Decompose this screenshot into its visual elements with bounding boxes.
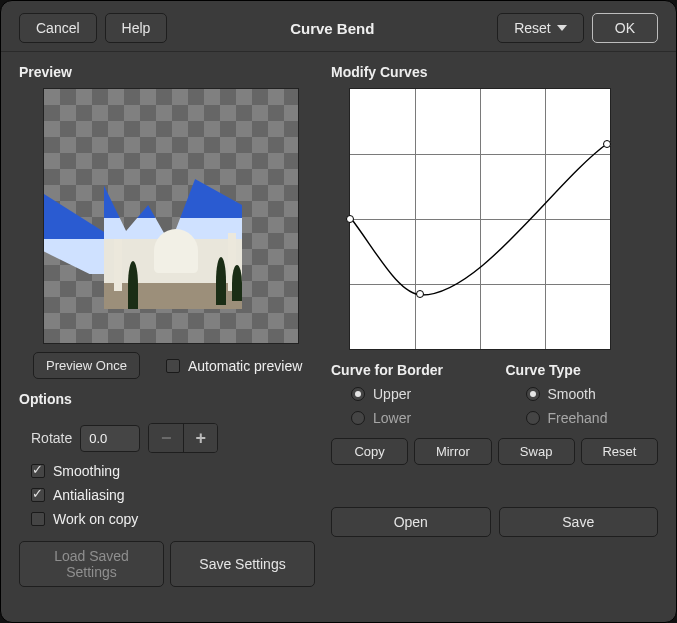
left-column: Preview Preview Once Automatic preview O…	[19, 64, 315, 622]
rotate-increment-button[interactable]: +	[183, 424, 217, 452]
freehand-radio-label: Freehand	[548, 410, 608, 426]
curve-type-label: Curve Type	[506, 362, 659, 378]
freehand-radio[interactable]: Freehand	[526, 410, 659, 426]
curve-for-border-group: Curve for Border Upper Lower	[331, 362, 484, 426]
reset-label: Reset	[514, 20, 551, 36]
preview-label: Preview	[19, 64, 315, 80]
dialog-title: Curve Bend	[167, 20, 497, 37]
curve-type-group: Curve Type Smooth Freehand	[506, 362, 659, 426]
copy-button[interactable]: Copy	[331, 438, 408, 465]
antialiasing-checkbox[interactable]: Antialiasing	[31, 487, 315, 503]
content: Preview Preview Once Automatic preview O…	[1, 52, 676, 622]
rotate-decrement-button[interactable]: −	[149, 424, 183, 452]
curve-node[interactable]	[603, 140, 611, 148]
work-on-copy-label: Work on copy	[53, 511, 138, 527]
save-button[interactable]: Save	[499, 507, 659, 537]
swap-button[interactable]: Swap	[498, 438, 575, 465]
options-label: Options	[19, 391, 315, 407]
automatic-preview-checkbox[interactable]: Automatic preview	[166, 358, 302, 374]
preview-image	[216, 257, 226, 305]
upper-radio-label: Upper	[373, 386, 411, 402]
preview-canvas	[43, 88, 299, 344]
chevron-down-icon	[557, 25, 567, 31]
freehand-radio-input[interactable]	[526, 411, 540, 425]
rotate-stepper: − +	[148, 423, 218, 453]
work-on-copy-input[interactable]	[31, 512, 45, 526]
smooth-radio-input[interactable]	[526, 387, 540, 401]
lower-radio-input[interactable]	[351, 411, 365, 425]
titlebar: Cancel Help Curve Bend Reset OK	[1, 1, 676, 52]
upper-radio-input[interactable]	[351, 387, 365, 401]
preview-once-button[interactable]: Preview Once	[33, 352, 140, 379]
antialiasing-label: Antialiasing	[53, 487, 125, 503]
modify-curves-label: Modify Curves	[331, 64, 658, 80]
automatic-preview-label: Automatic preview	[188, 358, 302, 374]
reset-button[interactable]: Reset	[497, 13, 584, 43]
smooth-radio[interactable]: Smooth	[526, 386, 659, 402]
curve-editor[interactable]	[349, 88, 611, 350]
smoothing-checkbox[interactable]: Smoothing	[31, 463, 315, 479]
smoothing-input[interactable]	[31, 464, 45, 478]
rotate-input[interactable]	[80, 425, 140, 452]
upper-radio[interactable]: Upper	[351, 386, 484, 402]
rotate-label: Rotate	[31, 430, 72, 446]
save-settings-button[interactable]: Save Settings	[170, 541, 315, 587]
automatic-preview-input[interactable]	[166, 359, 180, 373]
mirror-button[interactable]: Mirror	[414, 438, 491, 465]
load-saved-settings-button[interactable]: Load Saved Settings	[19, 541, 164, 587]
preview-image	[114, 239, 122, 291]
lower-radio-label: Lower	[373, 410, 411, 426]
lower-radio[interactable]: Lower	[351, 410, 484, 426]
preview-image	[128, 261, 138, 309]
curve-bend-dialog: Cancel Help Curve Bend Reset OK Preview	[0, 0, 677, 623]
help-button[interactable]: Help	[105, 13, 168, 43]
preview-image	[232, 265, 242, 301]
open-button[interactable]: Open	[331, 507, 491, 537]
smoothing-label: Smoothing	[53, 463, 120, 479]
curve-path	[350, 89, 610, 349]
smooth-radio-label: Smooth	[548, 386, 596, 402]
curve-node[interactable]	[416, 290, 424, 298]
preview-image	[154, 229, 198, 273]
cancel-button[interactable]: Cancel	[19, 13, 97, 43]
ok-button[interactable]: OK	[592, 13, 658, 43]
curve-node[interactable]	[346, 215, 354, 223]
curve-for-border-label: Curve for Border	[331, 362, 484, 378]
curve-reset-button[interactable]: Reset	[581, 438, 658, 465]
antialiasing-input[interactable]	[31, 488, 45, 502]
work-on-copy-checkbox[interactable]: Work on copy	[31, 511, 315, 527]
right-column: Modify Curves Curve for Border	[331, 64, 658, 622]
